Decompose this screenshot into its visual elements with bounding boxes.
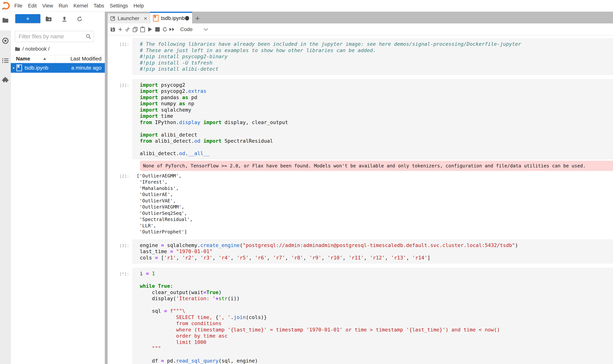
- filter-files-input[interactable]: [15, 33, 82, 40]
- code-line: where (timestamp '{last_time}' = timesta…: [140, 327, 613, 333]
- code-line: # These are just left in as examples to …: [140, 47, 613, 53]
- notebook-file-icon: [16, 65, 22, 71]
- run-all-icon[interactable]: [169, 25, 176, 34]
- code-line: import alibi_detect: [140, 132, 613, 138]
- code-editor[interactable]: i = 1 while True: clear_output(wait=True…: [133, 268, 613, 364]
- input-prompt: [3]:: [108, 240, 133, 264]
- dock-tab-bar: Launcher × tsdb.ipynb +: [108, 12, 613, 24]
- column-header-name[interactable]: Name: [11, 56, 55, 62]
- extensions-puzzle-icon[interactable]: [2, 77, 9, 83]
- folder-icon[interactable]: [2, 17, 9, 24]
- code-line: [140, 144, 613, 150]
- add-tab-button[interactable]: +: [192, 13, 203, 24]
- notebook-scroll-area[interactable]: [1]:# The following libraries have alrea…: [108, 35, 613, 364]
- top-menu-bar: File Edit View Run Kernel Tabs Settings …: [0, 0, 613, 12]
- menu-tabs[interactable]: Tabs: [91, 0, 107, 12]
- code-line: limit 1000: [140, 339, 613, 345]
- menu-settings[interactable]: Settings: [107, 0, 131, 12]
- paste-icon[interactable]: [139, 25, 146, 34]
- notebook-cell: [2]:import psycopg2import psycopg2.extra…: [108, 79, 613, 235]
- notebook-icon: [153, 15, 159, 22]
- menu-view[interactable]: View: [40, 0, 56, 12]
- menu-file[interactable]: File: [12, 0, 25, 12]
- refresh-icon[interactable]: [76, 16, 83, 22]
- code-line: while True:: [140, 283, 613, 289]
- notebook-cell: [1]:# The following libraries have alrea…: [108, 38, 613, 75]
- home-folder-icon[interactable]: [15, 47, 20, 51]
- running-kernels-icon[interactable]: [2, 37, 9, 44]
- input-prompt: [2]:: [108, 79, 133, 159]
- file-last-modified: a minute ago: [48, 65, 105, 71]
- code-line: clear_output(wait=True): [140, 289, 613, 296]
- stop-icon[interactable]: [154, 25, 161, 34]
- code-line: [140, 302, 613, 308]
- file-name: tsdb.ipynb: [25, 65, 48, 71]
- file-browser-toolbar: +: [11, 14, 105, 26]
- output-line: 'IForest',: [137, 179, 613, 185]
- code-line: # The following libraries have already b…: [140, 41, 613, 47]
- output-line: 'SpectralResidual',: [137, 216, 613, 223]
- tab-launcher[interactable]: Launcher ×: [108, 13, 150, 24]
- column-header-last-modified[interactable]: Last Modified: [55, 55, 105, 62]
- cell-type-select[interactable]: Code: [180, 26, 193, 32]
- input-prompt: [*]:: [108, 268, 133, 364]
- output-line: 'OutlierProphet']: [137, 229, 613, 235]
- code-line: engine = sqlalchemy.create_engine("postg…: [140, 242, 613, 248]
- chevron-down-icon[interactable]: [204, 28, 208, 31]
- code-line: last_time = "1970-01-01": [140, 248, 613, 255]
- save-icon[interactable]: [109, 25, 117, 34]
- output-line: ['OutlierAEGMM',: [137, 173, 613, 179]
- stderr-output: None of PyTorch, TensorFlow >= 2.0, or F…: [140, 161, 613, 171]
- code-line: alibi_detect.od.__all__: [140, 150, 613, 156]
- restart-kernel-icon[interactable]: [161, 25, 169, 34]
- code-editor[interactable]: engine = sqlalchemy.create_engine("postg…: [133, 240, 613, 264]
- plus-icon: +: [26, 15, 30, 22]
- code-line: import psycopg2: [140, 82, 613, 88]
- code-line: i = 1: [140, 271, 613, 277]
- output-line: 'Mahalanobis',: [137, 185, 613, 192]
- notebook-cell: [*]:i = 1 while True: clear_output(wait=…: [108, 268, 613, 364]
- left-activity-bar: [0, 12, 11, 364]
- code-editor[interactable]: # The following libraries have already b…: [133, 38, 613, 75]
- table-of-contents-icon[interactable]: [2, 57, 9, 64]
- notebook-toolbar: ✂ Code: [108, 24, 613, 35]
- code-line: from IPython.display import display, cle…: [140, 119, 613, 126]
- code-line: #!pip install alibi-detect: [140, 66, 613, 72]
- code-line: #!pip install -U tsfresh: [140, 60, 613, 66]
- breadcrumb-path: / notebook /: [22, 46, 50, 52]
- file-browser-panel: + / notebook / Name Last Modified: [11, 12, 105, 364]
- new-folder-icon[interactable]: [45, 16, 52, 22]
- file-list-header: Name Last Modified: [11, 55, 105, 63]
- code-line: order by time asc: [140, 333, 613, 339]
- code-line: sql = f"""\: [140, 308, 613, 314]
- code-line: import pandas as pd: [140, 94, 613, 101]
- menu-run[interactable]: Run: [56, 0, 71, 12]
- output-line: 'OutlierVAEGMM',: [137, 204, 613, 210]
- close-icon[interactable]: ×: [144, 15, 147, 21]
- launcher-icon: [110, 16, 115, 21]
- code-line: """: [140, 345, 613, 351]
- code-editor[interactable]: import psycopg2import psycopg2.extrasimp…: [133, 79, 613, 159]
- code-line: display('Iteration: '+str(i)): [140, 295, 613, 302]
- menu-kernel[interactable]: Kernel: [71, 0, 91, 12]
- code-line: df = pd.read_sql_query(sql, engine): [140, 358, 613, 364]
- file-filter-box: [15, 31, 94, 42]
- file-row-tsdb-ipynb[interactable]: • tsdb.ipynb a minute ago: [11, 63, 105, 73]
- panel-splitter-handle[interactable]: [105, 12, 108, 364]
- code-line: SELECT time, {', '.join(cols)}: [140, 314, 613, 321]
- unsaved-changes-dot[interactable]: [185, 16, 189, 20]
- upload-icon[interactable]: [61, 16, 68, 22]
- output-prompt: [2]:: [108, 173, 133, 235]
- menu-edit[interactable]: Edit: [25, 0, 40, 12]
- tab-tsdb-ipynb[interactable]: tsdb.ipynb: [150, 12, 192, 24]
- code-line: [140, 351, 613, 358]
- code-line: import sqlalchemy: [140, 107, 613, 113]
- code-line: #!pip install psycopg2-binary: [140, 53, 613, 60]
- breadcrumb[interactable]: / notebook /: [15, 46, 105, 52]
- menu-help[interactable]: Help: [131, 0, 147, 12]
- run-icon[interactable]: [146, 25, 154, 34]
- new-launcher-button[interactable]: +: [15, 14, 41, 23]
- code-line: from alibi_detect.od import SpectralResi…: [140, 138, 613, 144]
- notebook-cell: [3]:engine = sqlalchemy.create_engine("p…: [108, 240, 613, 264]
- output-line: 'OutlierAE',: [137, 191, 613, 198]
